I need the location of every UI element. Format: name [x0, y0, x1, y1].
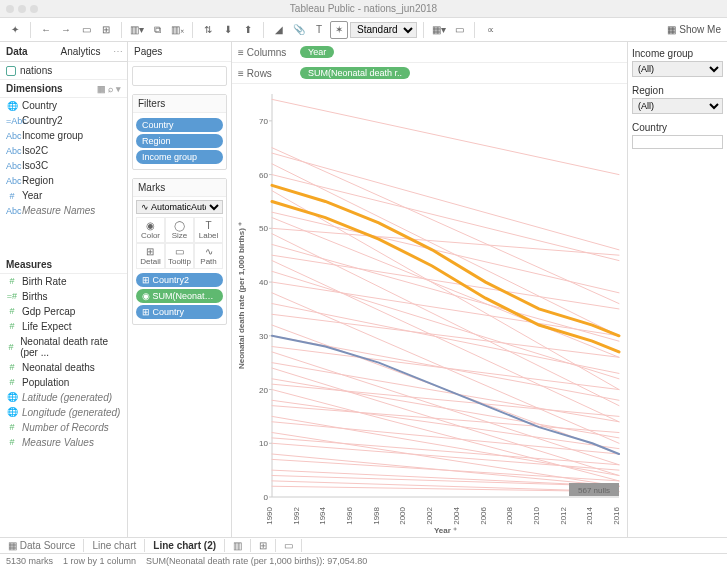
mark-color-button[interactable]: ◉Color [136, 217, 165, 243]
mark-pill[interactable]: ◉ SUM(Neonatal ... [136, 289, 223, 303]
dimension-field[interactable]: AbcIncome group [0, 128, 127, 143]
dimensions-header: Dimensions ▦ ⌕ ▾ [0, 80, 127, 98]
region-select[interactable]: (All) [632, 98, 723, 114]
svg-text:2000: 2000 [398, 506, 407, 524]
income-group-select[interactable]: (All) [632, 61, 723, 77]
pane-menu-icon[interactable]: ⋯ [109, 42, 127, 61]
measure-field[interactable]: =#Births [0, 289, 127, 304]
measure-field[interactable]: #Neonatal deaths [0, 360, 127, 375]
country-input[interactable] [632, 135, 723, 149]
undo-icon[interactable]: ← [37, 21, 55, 39]
show-mark-labels-icon[interactable]: ✶ [330, 21, 348, 39]
filter-card-country: Country [632, 120, 723, 149]
tab-analytics[interactable]: Analytics [55, 42, 110, 61]
filter-cards-pane: Income group (All) Region (All) Country [627, 42, 727, 537]
filter-pill[interactable]: Region [136, 134, 223, 148]
group-icon[interactable]: 📎 [290, 21, 308, 39]
measure-field[interactable]: #Gdp Percap [0, 304, 127, 319]
new-dashboard-icon[interactable]: ⊞ [251, 539, 276, 552]
search-icon[interactable]: ⌕ [108, 84, 113, 94]
dimension-field[interactable]: 🌐Country [0, 98, 127, 113]
pages-card[interactable] [132, 66, 227, 86]
sort-desc-icon[interactable]: ⬆ [239, 21, 257, 39]
max-dot[interactable] [30, 5, 38, 13]
measure-field[interactable]: #Number of Records [0, 420, 127, 435]
svg-text:10: 10 [259, 439, 268, 448]
mark-label-button[interactable]: TLabel [194, 217, 223, 243]
new-worksheet-icon[interactable]: ▥ [225, 539, 251, 552]
measure-field[interactable]: 🌐Latitude (generated) [0, 390, 127, 405]
dimension-field[interactable]: =AbcCountry2 [0, 113, 127, 128]
filters-header: Filters [133, 95, 226, 113]
mark-detail-button[interactable]: ⊞Detail [136, 243, 165, 269]
mark-size-button[interactable]: ◯Size [165, 217, 194, 243]
svg-text:2016: 2016 [612, 506, 621, 524]
tableau-logo-icon[interactable]: ✦ [6, 21, 24, 39]
new-sheet-icon[interactable]: ▥▾ [128, 21, 146, 39]
presentation-icon[interactable]: ▭ [450, 21, 468, 39]
window-title: Tableau Public - nations_jun2018 [290, 3, 437, 14]
measure-field[interactable]: 🌐Longitude (generated) [0, 405, 127, 420]
filter-pill[interactable]: Income group [136, 150, 223, 164]
dimension-field[interactable]: #Year [0, 188, 127, 203]
rows-pill[interactable]: SUM(Neonatal death r.. [300, 67, 410, 79]
new-story-icon[interactable]: ▭ [276, 539, 302, 552]
data-source-item[interactable]: nations [0, 62, 127, 80]
sheet-tabs: ▦ Data Source Line chart Line chart (2) … [0, 537, 727, 553]
dimension-field[interactable]: AbcRegion [0, 173, 127, 188]
show-cards-icon[interactable]: ▦▾ [430, 21, 448, 39]
measure-field[interactable]: #Life Expect [0, 319, 127, 334]
svg-text:1990: 1990 [265, 506, 274, 524]
window-titlebar: Tableau Public - nations_jun2018 [0, 0, 727, 18]
measure-field[interactable]: #Measure Values [0, 435, 127, 450]
close-dot[interactable] [6, 5, 14, 13]
swap-icon[interactable]: ⇅ [199, 21, 217, 39]
mark-path-button[interactable]: ∿Path [194, 243, 223, 269]
mark-pill[interactable]: ⊞ Country2 [136, 273, 223, 287]
window-controls[interactable] [6, 5, 38, 13]
svg-text:0: 0 [264, 493, 269, 502]
duplicate-icon[interactable]: ⧉ [148, 21, 166, 39]
cards-pane: Pages Filters CountryRegionIncome group … [128, 42, 232, 537]
data-pane: Data Analytics ⋯ nations Dimensions ▦ ⌕ … [0, 42, 128, 537]
measure-field[interactable]: #Neonatal death rate (per ... [0, 334, 127, 360]
columns-pill[interactable]: Year [300, 46, 334, 58]
measures-header: Measures [0, 256, 127, 274]
chart-area[interactable]: 0102030405060701990199219941996199820002… [232, 84, 627, 537]
redo-icon[interactable]: → [57, 21, 75, 39]
filter-card-region: Region (All) [632, 83, 723, 114]
tab-data-source[interactable]: ▦ Data Source [0, 539, 84, 552]
view-icon[interactable]: ▦ [97, 84, 106, 94]
text-icon[interactable]: T [310, 21, 328, 39]
dimension-field[interactable]: AbcIso2C [0, 143, 127, 158]
status-bar: 5130 marks 1 row by 1 column SUM(Neonata… [0, 553, 727, 567]
mark-type-select[interactable]: ∿ AutomaticAutomatic [136, 200, 223, 214]
min-dot[interactable] [18, 5, 26, 13]
svg-text:50: 50 [259, 224, 268, 233]
mark-pill[interactable]: ⊞ Country [136, 305, 223, 319]
tab-line-chart[interactable]: Line chart [84, 539, 145, 552]
region-label: Region [632, 83, 723, 98]
dimension-field[interactable]: AbcMeasure Names [0, 203, 127, 218]
tab-line-chart-2[interactable]: Line chart (2) [145, 539, 225, 552]
database-icon [6, 66, 16, 76]
measure-field[interactable]: #Population [0, 375, 127, 390]
filter-card-income-group: Income group (All) [632, 46, 723, 77]
filter-pill[interactable]: Country [136, 118, 223, 132]
highlight-icon[interactable]: ◢ [270, 21, 288, 39]
svg-text:20: 20 [259, 386, 268, 395]
tab-data[interactable]: Data [0, 42, 55, 61]
sort-asc-icon[interactable]: ⬇ [219, 21, 237, 39]
svg-text:70: 70 [259, 117, 268, 126]
mark-tooltip-button[interactable]: ▭Tooltip [165, 243, 194, 269]
fit-select[interactable]: Standard [350, 22, 417, 38]
measure-field[interactable]: #Birth Rate [0, 274, 127, 289]
save-icon[interactable]: ▭ [77, 21, 95, 39]
svg-text:2006: 2006 [479, 506, 488, 524]
show-me-button[interactable]: ▦ Show Me [667, 24, 721, 35]
dimension-field[interactable]: AbcIso3C [0, 158, 127, 173]
share-icon[interactable]: ∝ [481, 21, 499, 39]
toolbar: ✦ ← → ▭ ⊞ ▥▾ ⧉ ▥ₓ ⇅ ⬇ ⬆ ◢ 📎 T ✶ Standard… [0, 18, 727, 42]
clear-sheet-icon[interactable]: ▥ₓ [168, 21, 186, 39]
new-datasource-icon[interactable]: ⊞ [97, 21, 115, 39]
